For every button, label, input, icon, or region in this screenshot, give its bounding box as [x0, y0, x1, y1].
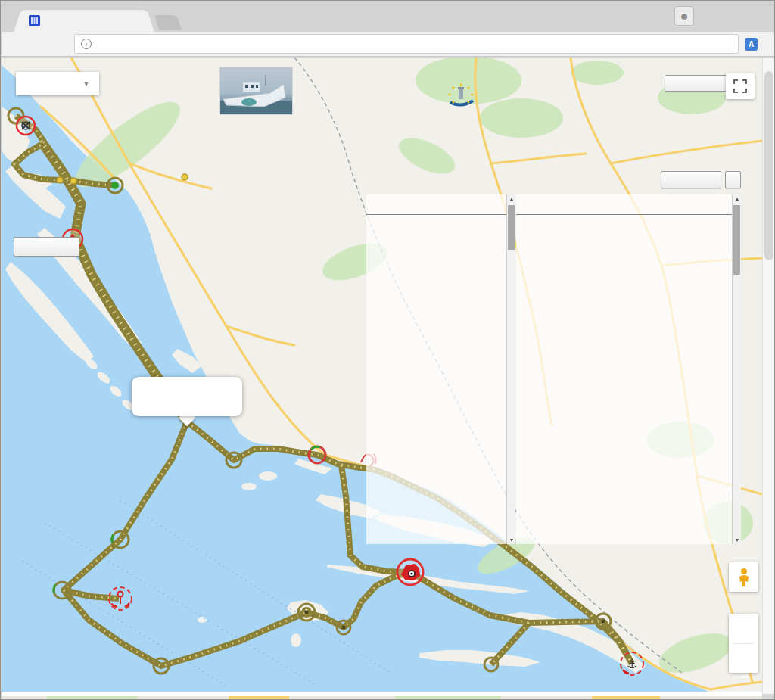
table-header-left	[366, 194, 515, 214]
event-marker-pag[interactable]	[17, 117, 35, 135]
browser-tab[interactable]	[23, 10, 145, 32]
zoom-out-button[interactable]	[729, 644, 758, 674]
svg-text:★: ★	[466, 100, 470, 104]
vessel-photo	[219, 67, 293, 115]
svg-text:★: ★	[451, 100, 455, 104]
map-data-attribution	[741, 675, 749, 678]
hide-details-button[interactable]	[661, 171, 721, 188]
trip-table-dates-panel	[366, 194, 515, 544]
browser-toolbar: i A	[2, 32, 774, 57]
eurofleets-logo: ★★★ ★★★★	[446, 82, 578, 111]
svg-text:★: ★	[447, 92, 451, 97]
new-tab-button[interactable]	[154, 15, 182, 30]
cut-content-strip	[2, 696, 762, 700]
profile-avatar-icon[interactable]: ☻	[674, 6, 694, 26]
fullscreen-icon	[733, 79, 747, 93]
svg-text:★: ★	[470, 92, 474, 97]
chevron-down-icon: ▼	[82, 79, 90, 88]
eurofleets-emblem-icon: ★★★ ★★★★	[446, 82, 476, 111]
map-type-dropdown[interactable]: ▼	[16, 72, 99, 95]
page-info-icon[interactable]: i	[81, 39, 92, 49]
browser-window: ☻ i A	[0, 0, 775, 700]
table-scrollbar-right[interactable]: ▲ ▼	[732, 194, 741, 544]
table-header-right	[516, 194, 741, 214]
titlebar: ☻	[2, 2, 774, 32]
svg-text:★: ★	[466, 86, 470, 90]
speed-infowindow	[132, 377, 242, 416]
zoom-in-button[interactable]	[729, 614, 758, 643]
pegman-icon	[736, 568, 752, 587]
page-scrollbar[interactable]	[762, 58, 775, 694]
translate-icon[interactable]: A	[745, 38, 758, 51]
scroll-down-icon[interactable]: ▼	[507, 537, 516, 543]
favicon	[29, 15, 40, 26]
street-view-pegman[interactable]	[729, 562, 758, 592]
svg-text:★: ★	[451, 86, 455, 90]
vessel-position-marker[interactable]	[397, 559, 423, 585]
fullscreen-button[interactable]	[726, 73, 755, 99]
svg-text:⚓: ⚓	[627, 658, 637, 670]
close-details-button[interactable]	[725, 171, 741, 188]
scroll-up-icon[interactable]: ▲	[507, 196, 516, 201]
table-scrollbar-left[interactable]: ▲ ▼	[506, 194, 515, 544]
legend-button[interactable]	[14, 237, 79, 257]
svg-text:★: ★	[459, 82, 462, 87]
url-bar[interactable]: i	[74, 34, 739, 54]
zoom-control	[729, 614, 758, 673]
scroll-up-icon[interactable]: ▲	[733, 196, 742, 201]
scroll-down-icon[interactable]: ▼	[733, 537, 742, 543]
tab-close-icon[interactable]	[133, 20, 139, 23]
trip-table-stats-panel	[516, 194, 741, 544]
